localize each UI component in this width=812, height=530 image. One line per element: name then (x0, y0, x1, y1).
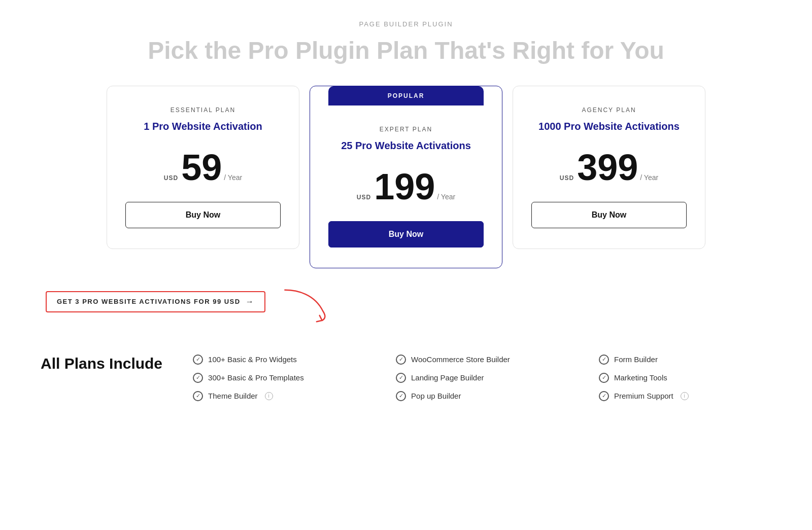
price-amount-agency: 399 (577, 149, 638, 186)
price-period-essential: / Year (224, 173, 242, 182)
plan-activations-expert: 25 Pro Website Activations (328, 139, 484, 152)
features-heading: All Plans Include (41, 355, 162, 373)
price-row-essential: USD 59 / Year (125, 149, 281, 186)
check-icon: ✓ (396, 355, 406, 365)
price-period-expert: / Year (437, 193, 455, 201)
promo-label: GET 3 PRO WEBSITE ACTIVATIONS FOR 99 USD (57, 298, 241, 305)
pricing-card-agency: AGENCY PLAN 1000 Pro Website Activations… (513, 86, 705, 249)
plan-activations-agency: 1000 Pro Website Activations (531, 120, 687, 133)
price-row-agency: USD 399 / Year (531, 149, 687, 186)
feature-item: ✓Marketing Tools (599, 373, 771, 383)
info-icon[interactable]: i (681, 392, 689, 400)
price-row-expert: USD 199 / Year (328, 168, 484, 205)
price-currency-essential: USD (164, 174, 178, 182)
pricing-card-expert: POPULAR EXPERT PLAN 25 Pro Website Activ… (310, 86, 502, 268)
feature-text: 300+ Basic & Pro Templates (208, 373, 304, 382)
features-grid: ✓100+ Basic & Pro Widgets✓WooCommerce St… (193, 355, 771, 401)
feature-item: ✓Premium Supporti (599, 391, 771, 401)
promo-banner[interactable]: GET 3 PRO WEBSITE ACTIVATIONS FOR 99 USD… (46, 291, 265, 312)
feature-text: Marketing Tools (614, 373, 667, 382)
check-icon: ✓ (396, 373, 406, 383)
popular-badge: POPULAR (328, 86, 484, 105)
feature-text: Landing Page Builder (411, 373, 484, 382)
check-icon: ✓ (599, 391, 609, 401)
price-amount-expert: 199 (374, 168, 435, 205)
buy-button-agency[interactable]: Buy Now (531, 202, 687, 228)
feature-item: ✓WooCommerce Store Builder (396, 355, 568, 365)
check-icon: ✓ (193, 355, 203, 365)
pricing-card-essential: ESSENTIAL PLAN 1 Pro Website Activation … (107, 86, 299, 249)
buy-button-expert[interactable]: Buy Now (328, 221, 484, 248)
feature-text: Form Builder (614, 355, 658, 364)
plan-label-expert: EXPERT PLAN (328, 126, 484, 133)
promo-arrow-icon: → (246, 297, 255, 306)
feature-text: Theme Builder (208, 392, 258, 400)
info-icon[interactable]: i (265, 392, 273, 400)
feature-text: 100+ Basic & Pro Widgets (208, 355, 297, 364)
check-icon: ✓ (193, 391, 203, 401)
price-amount-essential: 59 (181, 149, 222, 186)
buy-button-essential[interactable]: Buy Now (125, 202, 281, 228)
arrow-decoration (281, 285, 331, 325)
check-icon: ✓ (396, 391, 406, 401)
features-section: All Plans Include ✓100+ Basic & Pro Widg… (41, 349, 771, 401)
feature-text: Premium Support (614, 392, 673, 400)
plan-label-essential: ESSENTIAL PLAN (125, 107, 281, 114)
check-icon: ✓ (599, 355, 609, 365)
page-subtitle: PAGE BUILDER PLUGIN (41, 20, 771, 28)
page-header: PAGE BUILDER PLUGIN Pick the Pro Plugin … (41, 20, 771, 65)
feature-item: ✓Pop up Builder (396, 391, 568, 401)
check-icon: ✓ (599, 373, 609, 383)
price-currency-expert: USD (357, 194, 371, 201)
feature-item: ✓300+ Basic & Pro Templates (193, 373, 365, 383)
pricing-cards: ESSENTIAL PLAN 1 Pro Website Activation … (41, 86, 771, 268)
price-period-agency: / Year (640, 173, 658, 182)
check-icon: ✓ (193, 373, 203, 383)
feature-item: ✓Landing Page Builder (396, 373, 568, 383)
feature-item: ✓Form Builder (599, 355, 771, 365)
page-title: Pick the Pro Plugin Plan That's Right fo… (41, 36, 771, 65)
feature-item: ✓Theme Builderi (193, 391, 365, 401)
plan-label-agency: AGENCY PLAN (531, 107, 687, 114)
feature-item: ✓100+ Basic & Pro Widgets (193, 355, 365, 365)
feature-text: Pop up Builder (411, 392, 461, 400)
plan-activations-essential: 1 Pro Website Activation (125, 120, 281, 133)
promo-row: GET 3 PRO WEBSITE ACTIVATIONS FOR 99 USD… (41, 285, 771, 325)
feature-text: WooCommerce Store Builder (411, 355, 510, 364)
price-currency-agency: USD (560, 174, 574, 182)
